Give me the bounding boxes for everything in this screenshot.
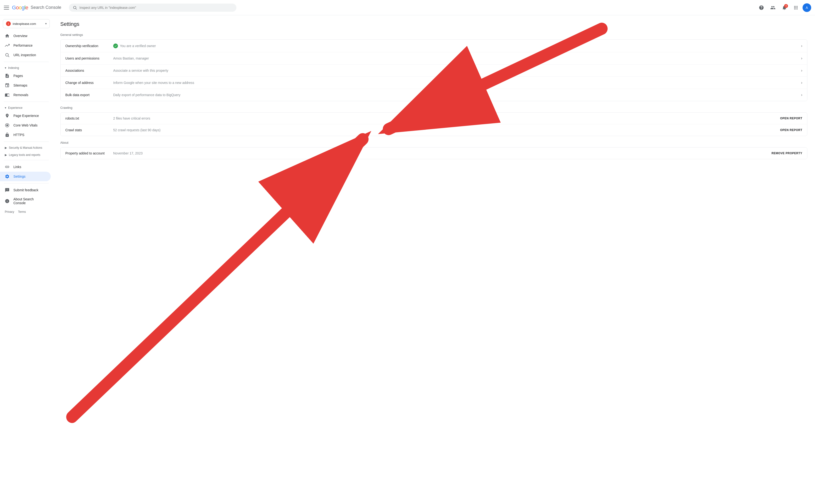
terms-link[interactable]: Terms (18, 210, 26, 214)
settings-icon (5, 174, 10, 179)
removals-icon (5, 93, 10, 97)
url-search-input[interactable] (79, 6, 233, 10)
url-inspect-icon (5, 53, 10, 57)
robots-txt-title: robots.txt (65, 116, 113, 120)
sidebar-item-performance-label: Performance (13, 44, 33, 47)
page-title: Settings (60, 21, 807, 27)
change-address-desc: Inform Google when your site moves to a … (113, 81, 797, 85)
crawl-stats-row[interactable]: Crawl stats 52 crawl requests (last 90 d… (60, 124, 807, 136)
logo[interactable]: Google Search Console (12, 5, 61, 11)
topnav-right: 4 A (757, 3, 811, 12)
sidebar-item-about-label: About Search Console (13, 197, 47, 205)
svg-line-1 (76, 8, 77, 9)
app-title: Search Console (31, 5, 61, 10)
sidebar-item-settings-label: Settings (13, 175, 26, 178)
sidebar-item-pages[interactable]: Pages (0, 71, 51, 81)
feedback-icon (5, 188, 10, 192)
people-icon-button[interactable] (768, 3, 778, 12)
privacy-link[interactable]: Privacy (5, 210, 14, 214)
users-title: Users and permissions (65, 56, 113, 60)
sidebar-item-sitemaps-label: Sitemaps (13, 83, 27, 87)
associations-title: Associations (65, 69, 113, 72)
property-icon: i (6, 21, 11, 26)
main-layout: i indexplease.com ▾ Overview Performance… (0, 15, 815, 504)
home-icon (5, 33, 10, 38)
sidebar-item-removals-label: Removals (13, 93, 28, 97)
help-button[interactable] (757, 3, 766, 12)
search-bar (69, 4, 237, 12)
sidebar-item-removals[interactable]: Removals (0, 90, 51, 100)
pages-icon (5, 73, 10, 78)
sidebar-item-core-web-vitals-label: Core Web Vitals (13, 123, 38, 127)
property-selector[interactable]: i indexplease.com ▾ (3, 19, 50, 28)
experience-label: Experience (8, 106, 22, 110)
sidebar-item-links[interactable]: Links (0, 162, 51, 172)
security-label: Security & Manual Actions (9, 146, 42, 149)
sidebar-item-sitemaps[interactable]: Sitemaps (0, 81, 51, 90)
associations-row[interactable]: Associations Associate a service with th… (60, 65, 807, 77)
indexing-label: Indexing (8, 66, 19, 70)
legacy-section-header[interactable]: ▶ Legacy tools and reports (0, 151, 53, 158)
change-address-chevron: › (801, 81, 802, 85)
topnav: Google Search Console 4 A (0, 0, 815, 15)
sidebar-item-pages-label: Pages (13, 74, 23, 78)
sidebar-item-page-experience-label: Page Experience (13, 114, 39, 118)
robots-txt-action[interactable]: OPEN REPORT (780, 117, 802, 120)
search-icon (73, 5, 77, 10)
ownership-chevron: › (801, 44, 802, 48)
sidebar: i indexplease.com ▾ Overview Performance… (0, 15, 53, 504)
avatar[interactable]: A (803, 3, 811, 12)
sidebar-item-overview[interactable]: Overview (0, 31, 51, 41)
page-experience-icon (5, 113, 10, 118)
sitemaps-icon (5, 83, 10, 88)
hamburger-menu[interactable] (4, 5, 10, 11)
property-added-desc: November 17, 2023 (113, 151, 768, 155)
svg-line-5 (72, 139, 363, 417)
google-wordmark: Google (12, 5, 28, 11)
svg-point-0 (73, 6, 76, 9)
about-card: Property added to account November 17, 2… (60, 147, 807, 159)
sidebar-item-url-inspection[interactable]: URL inspection (0, 50, 51, 60)
robots-txt-desc: 2 files have critical errors (113, 116, 776, 120)
crawling-card: robots.txt 2 files have critical errors … (60, 112, 807, 136)
remove-property-action[interactable]: REMOVE PROPERTY (771, 152, 802, 155)
sidebar-item-core-web-vitals[interactable]: Core Web Vitals (0, 121, 51, 130)
sidebar-item-settings[interactable]: Settings (0, 172, 51, 181)
divider-5 (4, 183, 49, 183)
avatar-initials: A (806, 6, 808, 10)
property-chevron-icon: ▾ (45, 22, 47, 25)
property-added-row[interactable]: Property added to account November 17, 2… (60, 148, 807, 159)
sidebar-item-about[interactable]: About Search Console (0, 195, 51, 207)
ownership-row[interactable]: Ownership verification You are a verifie… (60, 40, 807, 52)
experience-section-header[interactable]: ▾ Experience (0, 104, 53, 111)
change-address-title: Change of address (65, 81, 113, 85)
sidebar-item-page-experience[interactable]: Page Experience (0, 111, 51, 121)
sidebar-item-url-inspection-label: URL inspection (13, 53, 36, 57)
sidebar-item-performance[interactable]: Performance (0, 41, 51, 50)
sidebar-item-feedback[interactable]: Submit feedback (0, 185, 51, 195)
sidebar-item-https-label: HTTPS (13, 133, 24, 137)
topnav-left: Google Search Console (4, 5, 61, 11)
ownership-title: Ownership verification (65, 44, 113, 48)
users-row[interactable]: Users and permissions Amos Bastian, mana… (60, 52, 807, 65)
property-added-title: Property added to account (65, 151, 113, 155)
indexing-chevron: ▾ (5, 66, 6, 70)
general-settings-card: Ownership verification You are a verifie… (60, 39, 807, 101)
indexing-section-header[interactable]: ▾ Indexing (0, 64, 53, 71)
security-section-header[interactable]: ▶ Security & Manual Actions (0, 144, 53, 151)
notifications-button[interactable]: 4 (780, 3, 789, 12)
sidebar-item-https[interactable]: HTTPS (0, 130, 51, 140)
bulk-export-chevron: › (801, 93, 802, 97)
apps-button[interactable] (791, 3, 801, 12)
sidebar-item-links-label: Links (13, 165, 21, 169)
divider-1 (4, 62, 49, 62)
bulk-export-row[interactable]: Bulk data export Daily export of perform… (60, 89, 807, 101)
change-address-row[interactable]: Change of address Inform Google when you… (60, 77, 807, 89)
bulk-export-desc: Daily export of performance data to BigQ… (113, 93, 797, 97)
links-icon (5, 164, 10, 169)
trending-up-icon (5, 43, 10, 48)
crawl-stats-action[interactable]: OPEN REPORT (780, 128, 802, 132)
divider-4 (4, 160, 49, 160)
about-label: About (60, 141, 807, 144)
robots-txt-row[interactable]: robots.txt 2 files have critical errors … (60, 113, 807, 124)
